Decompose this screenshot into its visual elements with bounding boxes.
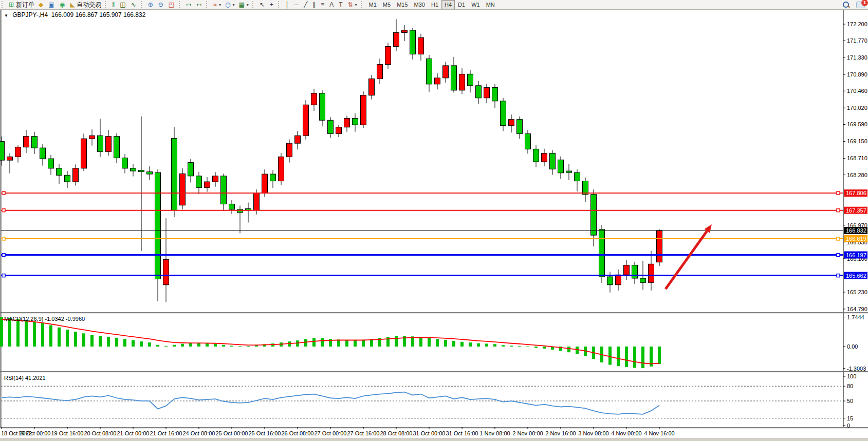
terminal-icon: ▣: [48, 1, 54, 8]
autotrading-button[interactable]: ◣自动交易: [68, 0, 103, 9]
new-order-icon: ⊞: [9, 1, 14, 8]
cursor-button[interactable]: ↖: [257, 0, 268, 9]
timeframe-button-h4[interactable]: H4: [441, 0, 455, 9]
zoom-in-icon: ⊕: [148, 1, 153, 8]
channel-icon: ∥: [312, 1, 316, 8]
chart-window[interactable]: 172.200171.770171.330170.890170.460170.0…: [0, 0, 868, 441]
time-axis-label: 25 Oct 00:00: [216, 430, 248, 436]
time-axis-label: 4 Nov 00:00: [611, 430, 641, 436]
hline-handle[interactable]: [2, 274, 5, 277]
metaeditor-icon: ◆: [39, 1, 43, 8]
auto-scroll-icon: ↦: [186, 1, 191, 8]
chart-menu-triangle-icon[interactable]: ▼: [4, 13, 8, 18]
toolbar-grip: [141, 1, 144, 8]
price-axis-tick: 172.200: [847, 21, 867, 27]
time-axis-label: 28 Oct 08:00: [380, 430, 413, 436]
chart-shift-button[interactable]: ↤: [194, 0, 205, 9]
candlestick-chart-button[interactable]: ◫: [118, 0, 128, 9]
chevron-down-icon: ▾: [219, 3, 221, 7]
hline-handle[interactable]: [2, 237, 5, 240]
vertical-line-button[interactable]: │: [283, 0, 292, 9]
zoom-in-button[interactable]: ⊕: [146, 0, 156, 9]
timeframe-button-w1[interactable]: W1: [468, 0, 483, 9]
periods-button[interactable]: ◷▾: [223, 0, 237, 9]
hline-handle[interactable]: [837, 209, 840, 212]
arrows-icon: ⇅: [348, 1, 353, 8]
hline-handle[interactable]: [2, 254, 5, 257]
time-axis-label: 2 Nov 16:00: [545, 430, 576, 436]
macd-axis-tick: 0.00: [847, 343, 858, 350]
text-label-icon: T: [339, 1, 342, 8]
toolbar-grip: [179, 1, 182, 8]
text-label-button[interactable]: T: [337, 0, 345, 9]
crosshair-button[interactable]: +: [268, 0, 276, 9]
timeframe-button-d1[interactable]: D1: [455, 0, 468, 9]
price-axis-tick: 168.280: [847, 172, 867, 178]
channel-button[interactable]: ∥: [310, 0, 319, 9]
hline-handle[interactable]: [837, 237, 840, 240]
crosshair-icon: +: [270, 1, 273, 8]
horizontal-line-button[interactable]: ─: [292, 0, 302, 9]
tile-windows-icon: ◰: [169, 1, 174, 8]
time-axis-label: 26 Oct 08:00: [282, 430, 314, 436]
bar-chart-icon: ‖: [112, 1, 115, 8]
macd-axis-tick: 1.7444: [847, 314, 864, 320]
timeframe-button-m5[interactable]: M5: [380, 0, 394, 9]
chevron-down-icon: ▾: [247, 3, 249, 7]
time-axis-label: 31 Oct 16:00: [446, 430, 478, 436]
metaeditor-button[interactable]: ◆: [36, 0, 46, 9]
signals-button[interactable]: ◉: [58, 0, 68, 9]
timeframe-button-m1[interactable]: M1: [366, 0, 380, 9]
rsi-axis-tick: 15: [847, 415, 853, 421]
rsi-axis-tick: 0: [847, 423, 850, 429]
hline-handle[interactable]: [2, 191, 5, 195]
price-axis-tick: 171.770: [847, 37, 867, 44]
indicators-icon: ≈: [213, 1, 217, 8]
time-axis-label: 20 Oct 08:00: [84, 430, 117, 436]
fibonacci-button[interactable]: ≡: [319, 0, 327, 9]
timeframe-button-m30[interactable]: M30: [411, 0, 428, 9]
price-axis-tick: 165.230: [847, 289, 867, 295]
price-level-label: 166.832: [846, 227, 866, 234]
vertical-line-icon: │: [285, 1, 289, 8]
time-axis-label: 1 Nov 08:00: [479, 430, 510, 436]
price-axis-tick: 169.590: [847, 121, 867, 127]
timeframe-button-m15[interactable]: M15: [394, 0, 411, 9]
zoom-out-icon: ⊖: [158, 1, 163, 8]
price-level-label: 166.197: [846, 252, 866, 258]
hline-handle[interactable]: [837, 191, 840, 195]
bar-chart-button[interactable]: ‖: [110, 0, 118, 9]
horizontal-line-icon: ─: [294, 1, 299, 8]
indicators-button[interactable]: ≈▾: [211, 0, 223, 9]
rsi-axis-tick: 80: [847, 383, 853, 389]
time-axis-label: 4 Nov 16:00: [644, 430, 674, 436]
templates-button[interactable]: ▦▾: [236, 0, 250, 9]
time-axis-label: 21 Oct 00:00: [117, 430, 150, 436]
toolbar-grip: [252, 1, 256, 8]
hline-handle[interactable]: [837, 274, 840, 277]
timeframe-button-h1[interactable]: H1: [428, 0, 441, 9]
hline-handle[interactable]: [2, 209, 5, 212]
trendline-button[interactable]: ╱: [302, 0, 310, 9]
new-order-button[interactable]: ⊞新订单: [7, 0, 36, 9]
line-chart-icon: ∿: [131, 1, 136, 8]
clock-icon: ◷: [225, 1, 230, 8]
timeframe-button-mn[interactable]: MN: [483, 0, 498, 9]
search-icon[interactable]: [843, 2, 849, 8]
price-chart-canvas[interactable]: 172.200171.770171.330170.890170.460170.0…: [0, 0, 868, 441]
terminal-button[interactable]: ▣: [46, 0, 57, 9]
notifications-icon[interactable]: 1: [856, 2, 865, 8]
auto-scroll-button[interactable]: ↦: [184, 0, 194, 9]
time-axis-label: 27 Oct 16:00: [347, 430, 380, 436]
price-level-label: 166.619: [846, 236, 866, 242]
arrows-button[interactable]: ⇅▾: [346, 0, 359, 9]
zoom-out-button[interactable]: ⊖: [156, 0, 167, 9]
line-chart-button[interactable]: ∿: [129, 0, 139, 9]
new-order-button-label: 新订单: [16, 1, 34, 9]
text-button[interactable]: A: [327, 0, 337, 9]
price-axis-tick: 164.790: [847, 306, 867, 312]
symbol-ohlc: 166.009 166.867 165.907 166.832: [51, 11, 146, 18]
autotrading-button-label: 自动交易: [77, 1, 101, 9]
hline-handle[interactable]: [837, 254, 840, 257]
tile-windows-button[interactable]: ◰: [167, 0, 177, 9]
